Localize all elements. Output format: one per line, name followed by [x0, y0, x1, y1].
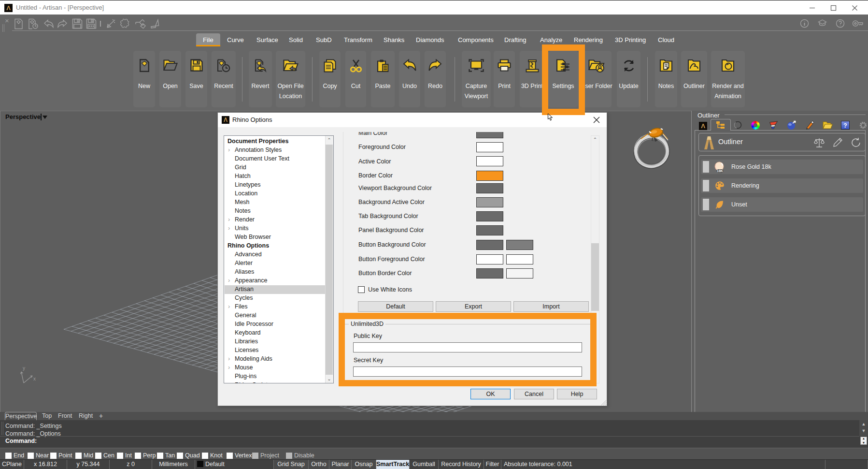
svg-text:x: x [33, 376, 36, 381]
svg-text:y: y [23, 366, 25, 371]
svg-text:18K: 18K [717, 169, 723, 173]
